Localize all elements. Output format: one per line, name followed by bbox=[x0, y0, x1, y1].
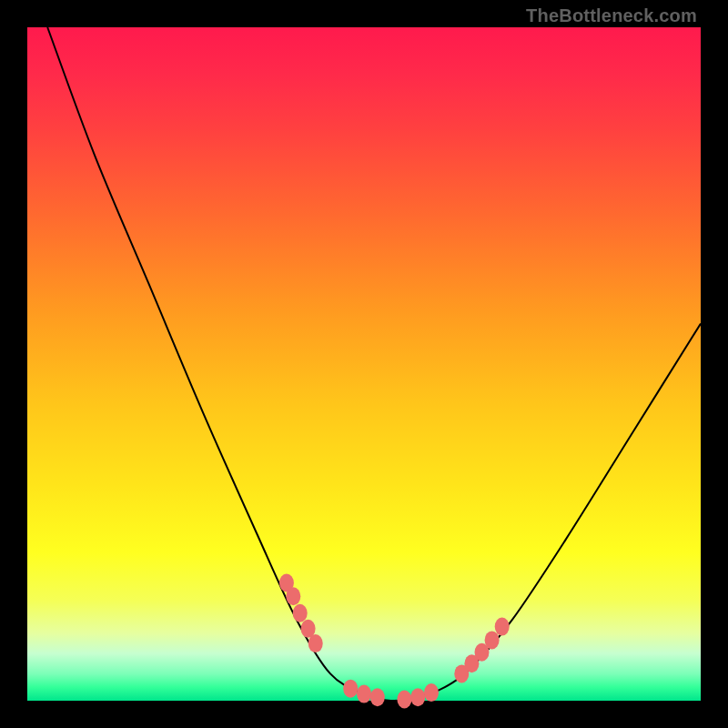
chart-svg bbox=[27, 27, 701, 701]
curve-marker bbox=[343, 680, 358, 698]
curve-marker bbox=[495, 618, 510, 636]
curve-marker bbox=[370, 688, 385, 706]
curve-marker bbox=[485, 631, 500, 649]
chart-frame: TheBottleneck.com bbox=[0, 0, 728, 728]
curve-marker bbox=[293, 604, 308, 622]
marker-group bbox=[279, 574, 510, 709]
curve-marker bbox=[357, 685, 371, 703]
curve-marker bbox=[397, 691, 411, 709]
curve-marker bbox=[308, 634, 323, 652]
curve-marker bbox=[424, 683, 439, 702]
curve-marker bbox=[286, 587, 300, 605]
plot-area bbox=[27, 27, 701, 701]
attribution-text: TheBottleneck.com bbox=[526, 5, 697, 26]
curve-marker bbox=[410, 688, 425, 706]
bottleneck-curve bbox=[47, 27, 701, 701]
